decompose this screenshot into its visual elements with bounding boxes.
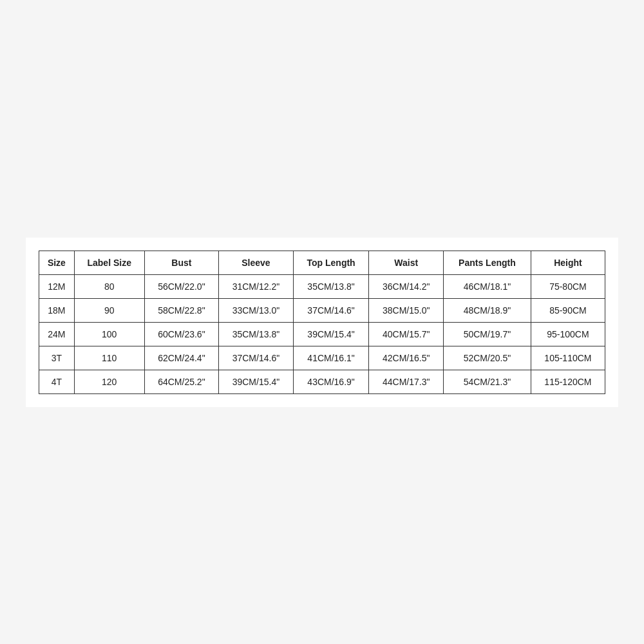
- table-cell: 12M: [39, 274, 75, 298]
- table-cell: 48CM/18.9": [444, 298, 531, 322]
- table-cell: 80: [74, 274, 144, 298]
- table-cell: 75-80CM: [531, 274, 605, 298]
- table-cell: 31CM/12.2": [219, 274, 294, 298]
- table-cell: 120: [74, 370, 144, 393]
- table-cell: 46CM/18.1": [444, 274, 531, 298]
- size-chart-container: SizeLabel SizeBustSleeveTop LengthWaistP…: [26, 238, 618, 407]
- table-cell: 4T: [39, 370, 75, 393]
- table-cell: 37CM/14.6": [219, 346, 294, 370]
- table-cell: 44CM/17.3": [369, 370, 444, 393]
- column-header-sleeve: Sleeve: [219, 251, 294, 274]
- table-header-row: SizeLabel SizeBustSleeveTop LengthWaistP…: [39, 251, 605, 274]
- table-cell: 90: [74, 298, 144, 322]
- table-cell: 33CM/13.0": [219, 298, 294, 322]
- table-row: 3T11062CM/24.4"37CM/14.6"41CM/16.1"42CM/…: [39, 346, 605, 370]
- table-cell: 64CM/25.2": [144, 370, 219, 393]
- table-cell: 56CM/22.0": [144, 274, 219, 298]
- table-cell: 100: [74, 322, 144, 346]
- table-cell: 40CM/15.7": [369, 322, 444, 346]
- table-cell: 38CM/15.0": [369, 298, 444, 322]
- table-row: 4T12064CM/25.2"39CM/15.4"43CM/16.9"44CM/…: [39, 370, 605, 393]
- table-cell: 115-120CM: [531, 370, 605, 393]
- table-cell: 41CM/16.1": [293, 346, 369, 370]
- table-cell: 37CM/14.6": [293, 298, 369, 322]
- column-header-top-length: Top Length: [293, 251, 369, 274]
- table-cell: 39CM/15.4": [219, 370, 294, 393]
- table-cell: 35CM/13.8": [293, 274, 369, 298]
- column-header-waist: Waist: [369, 251, 444, 274]
- table-cell: 60CM/23.6": [144, 322, 219, 346]
- table-cell: 58CM/22.8": [144, 298, 219, 322]
- table-cell: 36CM/14.2": [369, 274, 444, 298]
- table-cell: 18M: [39, 298, 75, 322]
- table-cell: 42CM/16.5": [369, 346, 444, 370]
- table-row: 24M10060CM/23.6"35CM/13.8"39CM/15.4"40CM…: [39, 322, 605, 346]
- table-cell: 24M: [39, 322, 75, 346]
- column-header-bust: Bust: [144, 251, 219, 274]
- table-cell: 52CM/20.5": [444, 346, 531, 370]
- table-cell: 85-90CM: [531, 298, 605, 322]
- table-cell: 105-110CM: [531, 346, 605, 370]
- column-header-label-size: Label Size: [74, 251, 144, 274]
- table-row: 18M9058CM/22.8"33CM/13.0"37CM/14.6"38CM/…: [39, 298, 605, 322]
- table-cell: 110: [74, 346, 144, 370]
- table-cell: 54CM/21.3": [444, 370, 531, 393]
- table-cell: 43CM/16.9": [293, 370, 369, 393]
- table-cell: 50CM/19.7": [444, 322, 531, 346]
- table-cell: 62CM/24.4": [144, 346, 219, 370]
- column-header-size: Size: [39, 251, 75, 274]
- column-header-pants-length: Pants Length: [444, 251, 531, 274]
- column-header-height: Height: [531, 251, 605, 274]
- table-cell: 3T: [39, 346, 75, 370]
- table-row: 12M8056CM/22.0"31CM/12.2"35CM/13.8"36CM/…: [39, 274, 605, 298]
- table-cell: 95-100CM: [531, 322, 605, 346]
- size-chart-table: SizeLabel SizeBustSleeveTop LengthWaistP…: [39, 251, 605, 394]
- table-cell: 35CM/13.8": [219, 322, 294, 346]
- table-cell: 39CM/15.4": [293, 322, 369, 346]
